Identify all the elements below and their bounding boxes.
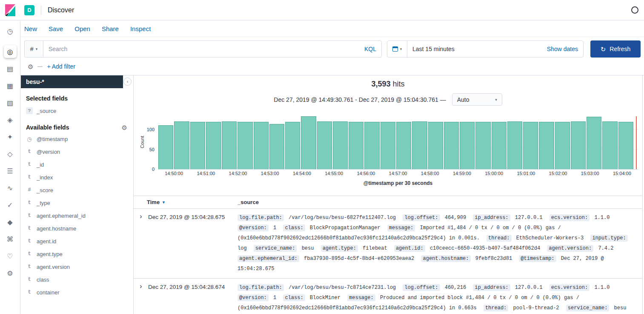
calendar-button[interactable]: ▾ [387,41,407,57]
field-list-item[interactable]: tagent.id [21,235,133,248]
histogram-bar[interactable] [523,122,538,169]
refresh-button[interactable]: ↻ Refresh [590,40,641,58]
histogram-bar[interactable] [602,121,617,169]
histogram-bar[interactable] [460,122,475,169]
histogram-bar[interactable] [254,122,269,169]
histogram-bar[interactable] [571,121,586,169]
recently-viewed-icon[interactable]: ◷ [4,25,17,37]
histogram-bar[interactable] [587,117,601,169]
field-badge[interactable]: log.offset: [403,214,440,221]
histogram-bar[interactable] [539,122,554,169]
field-list-item[interactable]: tagent.version [21,260,133,273]
expand-row-icon[interactable]: › [134,209,148,278]
field-badge[interactable]: class: [283,294,305,301]
histogram-bar[interactable] [285,122,300,169]
menu-save[interactable]: Save [49,25,63,32]
field-badge[interactable]: ip_address: [473,284,510,291]
histogram-bar[interactable] [507,121,522,169]
add-filter-link[interactable]: + Add filter [47,63,75,70]
field-badge[interactable]: log.offset: [403,284,440,291]
sort-descending-icon[interactable]: ▼ [162,200,166,205]
field-badge[interactable]: log.file.path: [238,284,284,291]
histogram-bar[interactable] [349,122,364,169]
discover-icon[interactable]: ◎ [4,45,17,58]
field-badge[interactable]: message: [347,294,375,301]
field-list-item[interactable]: tagent.type [21,248,133,260]
field-list-item[interactable]: #_score [21,184,133,196]
field-list-item[interactable]: t_type [21,196,133,209]
histogram-bar[interactable] [158,125,173,169]
field-badge[interactable]: thread: [484,305,508,311]
field-list-item[interactable]: tagent.ephemeral_id [21,209,133,222]
field-list-item[interactable]: tcontainer [21,286,133,299]
time-column-header[interactable]: Time ▼ [134,199,238,205]
field-badge[interactable]: input.type: [590,235,627,242]
field-badge[interactable]: service_name: [254,245,297,252]
kql-toggle[interactable]: KQL [364,46,381,52]
collapse-sidebar-button[interactable]: ‹ [123,78,132,86]
field-list-item[interactable]: t@version [21,145,133,158]
field-badge[interactable]: @version: [238,225,269,231]
histogram-bar[interactable] [174,121,189,169]
field-badge[interactable]: agent.type: [321,245,358,252]
field-badge[interactable]: service_name: [566,305,610,311]
user-menu-icon[interactable] [631,6,638,14]
kibana-logo[interactable] [0,4,20,16]
histogram-bar[interactable] [475,122,490,169]
field-badge[interactable]: ip_address: [473,214,510,221]
menu-share[interactable]: Share [102,25,119,32]
field-badge[interactable]: agent.id: [394,245,425,252]
dashboard-icon[interactable]: ▦ [4,79,17,92]
dev-tools-icon[interactable]: ⌘ [4,233,17,245]
field-badge[interactable]: ecs.version: [550,284,590,291]
field-badge[interactable]: @timestamp: [519,255,556,262]
histogram-bar[interactable] [555,122,570,169]
field-badge[interactable]: agent.ephemeral_id: [238,255,299,262]
filter-settings-icon[interactable]: ⚙ [28,63,33,70]
histogram-bar[interactable] [618,122,633,169]
logs-icon[interactable]: ☰ [4,164,17,177]
field-settings-icon[interactable]: ⚙ [122,124,127,131]
expand-row-icon[interactable]: › [134,279,148,314]
field-badge[interactable]: agent.version: [547,245,593,252]
histogram-bar[interactable] [222,121,237,169]
search-input[interactable] [43,46,364,52]
field-badge[interactable]: agent.hostname: [421,255,470,262]
histogram-bar[interactable] [301,116,316,169]
field-list-item[interactable]: tagent.hostname [21,222,133,235]
field-badge[interactable]: log.file.path: [238,214,284,221]
show-dates-link[interactable]: Show dates [547,46,583,52]
management-icon[interactable]: ⚙ [4,267,17,279]
visualize-icon[interactable]: ▤ [4,62,17,75]
field-list-item[interactable]: ◷@timestamp [21,133,133,145]
histogram-bar[interactable] [412,121,427,169]
menu-new[interactable]: New [24,25,37,32]
maps-icon[interactable]: ◈ [4,113,17,126]
canvas-icon[interactable]: ▧ [4,96,17,109]
histogram-bar[interactable] [269,124,284,169]
apm-icon[interactable]: ∿ [4,181,17,194]
machine-learning-icon[interactable]: ✦ [4,130,17,143]
infrastructure-icon[interactable]: ◇ [4,147,17,160]
field-list-item[interactable]: t_id [21,158,133,171]
histogram-bar[interactable] [206,122,221,169]
histogram-bar[interactable] [364,122,379,169]
histogram-bar[interactable] [444,122,459,169]
uptime-icon[interactable]: ✓ [4,199,17,211]
time-range-value[interactable]: Last 15 minutes [407,46,547,52]
histogram-bar[interactable] [190,122,205,169]
histogram-bar[interactable] [381,122,395,169]
field-badge[interactable]: class: [283,225,305,231]
field-list-item[interactable]: t_index [21,171,133,184]
field-badge[interactable]: @version: [238,294,269,301]
interval-select[interactable]: Auto ▾ [452,93,502,106]
histogram-bar[interactable] [396,122,411,169]
menu-open[interactable]: Open [74,25,90,32]
menu-inspect[interactable]: Inspect [130,25,151,32]
field-badge[interactable]: ecs.version: [550,214,590,221]
histogram-bar[interactable] [492,122,507,169]
monitoring-icon[interactable]: ♡ [4,250,17,262]
field-badge[interactable]: message: [387,225,415,231]
saved-query-button[interactable]: # ▾ [24,40,43,58]
siem-icon[interactable]: ◆ [4,216,17,228]
